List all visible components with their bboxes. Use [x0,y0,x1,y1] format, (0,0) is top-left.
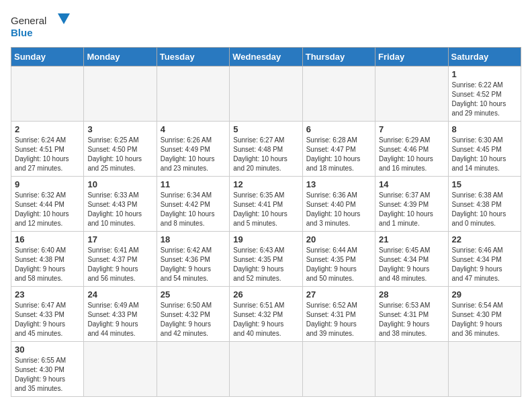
calendar-week-1: 2Sunrise: 6:24 AM Sunset: 4:51 PM Daylig… [11,122,521,177]
day-info: Sunrise: 6:22 AM Sunset: 4:52 PM Dayligh… [452,81,517,118]
day-number: 23 [15,289,80,300]
calendar-cell: 19Sunrise: 6:43 AM Sunset: 4:35 PM Dayli… [230,232,302,287]
day-info: Sunrise: 6:37 AM Sunset: 4:39 PM Dayligh… [379,191,444,228]
day-number: 13 [306,179,371,189]
day-info: Sunrise: 6:28 AM Sunset: 4:47 PM Dayligh… [306,136,371,173]
svg-text:Blue: Blue [11,27,33,38]
day-info: Sunrise: 6:47 AM Sunset: 4:33 PM Dayligh… [15,301,80,338]
calendar-cell: 9Sunrise: 6:32 AM Sunset: 4:44 PM Daylig… [11,177,84,232]
calendar-cell: 14Sunrise: 6:37 AM Sunset: 4:39 PM Dayli… [375,177,448,232]
day-info: Sunrise: 6:55 AM Sunset: 4:30 PM Dayligh… [15,356,80,394]
calendar-table: SundayMondayTuesdayWednesdayThursdayFrid… [11,47,521,397]
day-info: Sunrise: 6:32 AM Sunset: 4:44 PM Dayligh… [15,191,80,228]
day-number: 24 [87,289,152,300]
calendar-cell [230,66,302,122]
calendar-cell [157,342,229,397]
page-header: General Blue [11,11,521,40]
calendar-week-3: 16Sunrise: 6:40 AM Sunset: 4:38 PM Dayli… [11,232,521,287]
day-number: 5 [233,124,298,134]
calendar-cell: 6Sunrise: 6:28 AM Sunset: 4:47 PM Daylig… [302,122,375,177]
calendar-cell: 15Sunrise: 6:38 AM Sunset: 4:38 PM Dayli… [448,177,521,232]
day-info: Sunrise: 6:40 AM Sunset: 4:38 PM Dayligh… [15,246,80,283]
day-number: 22 [452,234,517,244]
calendar-cell: 27Sunrise: 6:52 AM Sunset: 4:31 PM Dayli… [302,287,375,342]
day-info: Sunrise: 6:53 AM Sunset: 4:31 PM Dayligh… [379,301,444,338]
day-info: Sunrise: 6:44 AM Sunset: 4:35 PM Dayligh… [306,246,371,283]
day-number: 1 [452,69,517,79]
calendar-cell: 25Sunrise: 6:50 AM Sunset: 4:32 PM Dayli… [157,287,229,342]
day-info: Sunrise: 6:38 AM Sunset: 4:38 PM Dayligh… [452,191,517,228]
day-info: Sunrise: 6:54 AM Sunset: 4:30 PM Dayligh… [452,301,517,338]
calendar-cell: 2Sunrise: 6:24 AM Sunset: 4:51 PM Daylig… [11,122,84,177]
calendar-cell: 28Sunrise: 6:53 AM Sunset: 4:31 PM Dayli… [375,287,448,342]
calendar-cell: 18Sunrise: 6:42 AM Sunset: 4:36 PM Dayli… [157,232,229,287]
calendar-cell: 23Sunrise: 6:47 AM Sunset: 4:33 PM Dayli… [11,287,84,342]
day-number: 3 [87,124,152,134]
day-info: Sunrise: 6:33 AM Sunset: 4:43 PM Dayligh… [87,191,152,228]
day-number: 6 [306,124,371,134]
calendar-cell: 11Sunrise: 6:34 AM Sunset: 4:42 PM Dayli… [157,177,229,232]
day-number: 20 [306,234,371,244]
day-number: 19 [233,234,298,244]
calendar-cell: 26Sunrise: 6:51 AM Sunset: 4:32 PM Dayli… [230,287,302,342]
calendar-cell: 22Sunrise: 6:46 AM Sunset: 4:34 PM Dayli… [448,232,521,287]
day-number: 18 [161,234,226,244]
day-info: Sunrise: 6:41 AM Sunset: 4:37 PM Dayligh… [87,246,152,283]
calendar-cell: 5Sunrise: 6:27 AM Sunset: 4:48 PM Daylig… [230,122,302,177]
day-info: Sunrise: 6:52 AM Sunset: 4:31 PM Dayligh… [306,301,371,338]
day-number: 2 [15,124,80,134]
weekday-header-monday: Monday [84,48,157,66]
calendar-cell: 10Sunrise: 6:33 AM Sunset: 4:43 PM Dayli… [84,177,157,232]
weekday-header-saturday: Saturday [448,48,521,66]
calendar-cell [375,342,448,397]
logo-svg: General Blue [11,11,71,40]
day-info: Sunrise: 6:49 AM Sunset: 4:33 PM Dayligh… [87,301,152,338]
day-number: 10 [87,179,152,189]
day-number: 11 [161,179,226,189]
day-info: Sunrise: 6:50 AM Sunset: 4:32 PM Dayligh… [161,301,226,338]
weekday-header-wednesday: Wednesday [230,48,302,66]
day-info: Sunrise: 6:29 AM Sunset: 4:46 PM Dayligh… [379,136,444,173]
day-info: Sunrise: 6:25 AM Sunset: 4:50 PM Dayligh… [87,136,152,173]
calendar-week-5: 30Sunrise: 6:55 AM Sunset: 4:30 PM Dayli… [11,342,521,397]
calendar-cell: 16Sunrise: 6:40 AM Sunset: 4:38 PM Dayli… [11,232,84,287]
day-info: Sunrise: 6:43 AM Sunset: 4:35 PM Dayligh… [233,246,298,283]
calendar-week-2: 9Sunrise: 6:32 AM Sunset: 4:44 PM Daylig… [11,177,521,232]
calendar-cell: 8Sunrise: 6:30 AM Sunset: 4:45 PM Daylig… [448,122,521,177]
day-info: Sunrise: 6:35 AM Sunset: 4:41 PM Dayligh… [233,191,298,228]
calendar-cell: 13Sunrise: 6:36 AM Sunset: 4:40 PM Dayli… [302,177,375,232]
calendar-cell: 17Sunrise: 6:41 AM Sunset: 4:37 PM Dayli… [84,232,157,287]
calendar-cell: 21Sunrise: 6:45 AM Sunset: 4:34 PM Dayli… [375,232,448,287]
calendar-cell: 30Sunrise: 6:55 AM Sunset: 4:30 PM Dayli… [11,342,84,397]
calendar-cell [375,66,448,122]
svg-text:General: General [11,15,46,26]
weekday-header-friday: Friday [375,48,448,66]
weekday-header-tuesday: Tuesday [157,48,229,66]
day-number: 26 [233,289,298,300]
day-info: Sunrise: 6:24 AM Sunset: 4:51 PM Dayligh… [15,136,80,173]
weekday-header-thursday: Thursday [302,48,375,66]
calendar-cell: 12Sunrise: 6:35 AM Sunset: 4:41 PM Dayli… [230,177,302,232]
day-number: 14 [379,179,444,189]
calendar-cell [157,66,229,122]
day-info: Sunrise: 6:30 AM Sunset: 4:45 PM Dayligh… [452,136,517,173]
day-number: 30 [15,345,80,355]
calendar-cell: 4Sunrise: 6:26 AM Sunset: 4:49 PM Daylig… [157,122,229,177]
logo: General Blue [11,11,71,40]
calendar-week-0: 1Sunrise: 6:22 AM Sunset: 4:52 PM Daylig… [11,66,521,122]
day-info: Sunrise: 6:51 AM Sunset: 4:32 PM Dayligh… [233,301,298,338]
calendar-cell [302,66,375,122]
day-number: 7 [379,124,444,134]
day-number: 15 [452,179,517,189]
day-info: Sunrise: 6:34 AM Sunset: 4:42 PM Dayligh… [161,191,226,228]
calendar-cell [448,342,521,397]
day-number: 4 [161,124,226,134]
calendar-cell [302,342,375,397]
day-number: 25 [161,289,226,300]
calendar-cell: 1Sunrise: 6:22 AM Sunset: 4:52 PM Daylig… [448,66,521,122]
calendar-cell [84,342,157,397]
day-number: 29 [452,289,517,300]
day-number: 9 [15,179,80,189]
day-number: 12 [233,179,298,189]
calendar-cell: 7Sunrise: 6:29 AM Sunset: 4:46 PM Daylig… [375,122,448,177]
